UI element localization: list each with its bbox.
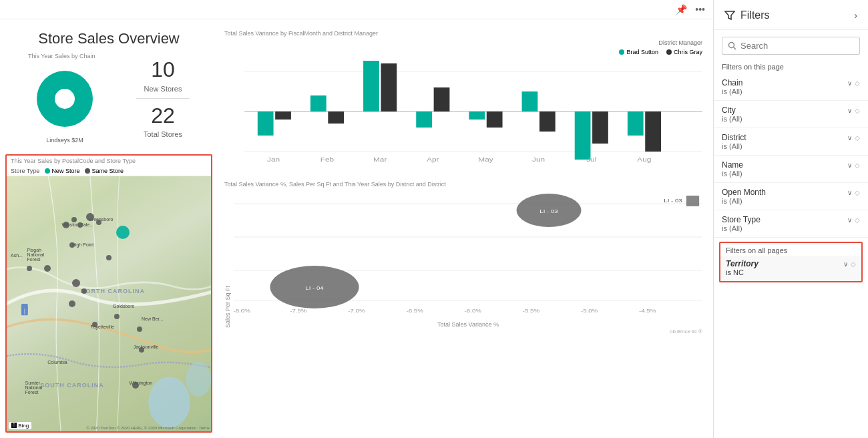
- svg-rect-14: [275, 112, 291, 120]
- svg-text:-5.0%: -5.0%: [581, 308, 598, 314]
- pie-chart: [28, 62, 101, 136]
- svg-text:LI - 03: LI - 03: [664, 198, 682, 204]
- clear-filter-icon[interactable]: ◇: [855, 107, 860, 114]
- svg-text:-5.5%: -5.5%: [523, 308, 539, 314]
- clear-filter-icon[interactable]: ◇: [855, 216, 860, 224]
- page-filters-list: Chain is (All) ∨ ◇ City is (All) ∨ ◇: [714, 73, 868, 438]
- legend-chris: Chris Gray: [674, 49, 702, 55]
- filters-header: Filters ›: [714, 0, 868, 30]
- search-box[interactable]: [722, 37, 860, 55]
- svg-rect-22: [487, 112, 503, 128]
- chevron-down-icon[interactable]: ∨: [847, 216, 852, 224]
- svg-marker-59: [725, 11, 734, 19]
- new-stores-number: 10: [151, 58, 175, 81]
- filter-territory-value: is NC: [726, 268, 758, 276]
- clear-filter-icon[interactable]: ◇: [855, 134, 860, 142]
- filter-territory[interactable]: Territory is NC ∨ ◇: [720, 256, 861, 281]
- filters-all-pages-section: Filters on all pages Territory is NC ∨ ◇: [719, 242, 863, 282]
- filter-value: is (All): [722, 142, 746, 150]
- svg-rect-46: [686, 196, 699, 206]
- filter-value: is (All): [722, 170, 743, 178]
- filter-open-month[interactable]: Open Month is (All) ∨ ◇: [714, 183, 868, 210]
- filter-chain[interactable]: Chain is (All) ∨ ◇: [714, 73, 868, 101]
- stats-section: 10 New Stores 22 Total Stores: [136, 58, 190, 138]
- overview-card: Store Sales Overview This Year Sales by …: [5, 25, 212, 149]
- svg-point-1: [55, 89, 75, 109]
- svg-rect-23: [522, 91, 538, 112]
- filter-value: is (All): [722, 87, 742, 95]
- svg-rect-19: [416, 112, 432, 128]
- svg-text:-7.0%: -7.0%: [348, 308, 365, 314]
- clear-filter-icon[interactable]: ◇: [855, 189, 860, 196]
- svg-text:-4.5%: -4.5%: [639, 308, 656, 314]
- filter-name: Name: [722, 160, 743, 170]
- map-legend-same: Same Store: [91, 168, 124, 174]
- svg-point-2: [148, 377, 190, 427]
- chevron-down-icon[interactable]: ∨: [847, 107, 852, 114]
- filter-value: is (All): [722, 197, 766, 205]
- filters-all-label: Filters on all pages: [720, 243, 861, 256]
- svg-rect-24: [539, 112, 556, 132]
- svg-rect-26: [592, 112, 608, 144]
- clear-filter-icon[interactable]: ◇: [855, 79, 860, 87]
- filter-store-type[interactable]: Store Type is (All) ∨ ◇: [714, 210, 868, 238]
- bing-logo: 🅱 Bing: [9, 422, 31, 429]
- filter-district[interactable]: District is (All) ∨ ◇: [714, 128, 868, 156]
- nc-state-label: NORTH CAROLINA: [81, 288, 145, 294]
- filter-icon: [724, 10, 735, 21]
- chevron-down-icon[interactable]: ∨: [847, 134, 852, 142]
- svg-point-3: [186, 362, 211, 397]
- page-title: Store Sales Overview: [11, 30, 207, 47]
- new-stores-label: New Stores: [144, 85, 182, 93]
- search-icon: [728, 41, 736, 50]
- filter-name: Chain: [722, 78, 742, 87]
- svg-rect-21: [469, 112, 485, 120]
- svg-text:Aug: Aug: [637, 156, 651, 162]
- chevron-down-icon[interactable]: ∨: [847, 162, 852, 169]
- svg-rect-28: [645, 112, 661, 152]
- sc-state-label: SOUTH CAROLINA: [40, 382, 104, 389]
- filter-city[interactable]: City is (All) ∨ ◇: [714, 101, 868, 128]
- bar-chart-title: Total Sales Variance by FiscalMonth and …: [224, 30, 702, 37]
- filters-expand-icon[interactable]: ›: [854, 10, 857, 21]
- svg-text:May: May: [478, 156, 493, 162]
- pie-legend-label: Lindseys $2M: [46, 137, 83, 144]
- chevron-down-icon[interactable]: ∨: [843, 260, 848, 268]
- scatter-x-label: Total Sales Variance %: [437, 321, 499, 328]
- filters-panel: Filters › Filters on this page Chain is …: [713, 0, 868, 438]
- map-title: This Year Sales by PostalCode and Store …: [7, 156, 211, 166]
- total-stores-number: 22: [151, 104, 175, 128]
- clear-filter-icon[interactable]: ◇: [855, 162, 860, 169]
- filter-name: Open Month: [722, 188, 766, 197]
- filter-name: City: [722, 105, 742, 115]
- svg-rect-25: [575, 112, 591, 160]
- svg-rect-16: [328, 112, 344, 124]
- filters-page-section-label: Filters on this page: [714, 57, 868, 73]
- svg-text:-6.0%: -6.0%: [465, 308, 481, 314]
- map-legend-store-type: Store Type: [11, 168, 39, 174]
- svg-rect-20: [434, 87, 450, 112]
- svg-text:Jan: Jan: [267, 156, 280, 162]
- filters-title: Filters: [740, 9, 770, 21]
- chevron-down-icon[interactable]: ∨: [847, 189, 852, 196]
- scatter-chart-title: Total Sales Variance %, Sales Per Sq Ft …: [224, 181, 702, 188]
- svg-rect-13: [258, 112, 274, 136]
- clear-filter-icon[interactable]: ◇: [851, 260, 856, 268]
- pin-icon[interactable]: 📌: [676, 4, 687, 15]
- filter-value: is (All): [722, 115, 742, 123]
- svg-rect-18: [381, 63, 397, 112]
- svg-text:Feb: Feb: [320, 156, 335, 162]
- svg-text:LI - 04: LI - 04: [305, 285, 324, 291]
- svg-rect-17: [363, 61, 379, 112]
- filter-name-item[interactable]: Name is (All) ∨ ◇: [714, 156, 868, 183]
- svg-rect-27: [628, 112, 644, 136]
- filter-territory-name: Territory: [726, 259, 758, 268]
- search-input[interactable]: [740, 41, 854, 51]
- svg-text:Apr: Apr: [427, 156, 439, 162]
- svg-text:Mar: Mar: [373, 156, 387, 162]
- filter-name: District: [722, 133, 746, 142]
- more-icon[interactable]: •••: [695, 4, 705, 15]
- bar-legend-title: District Manager: [658, 39, 702, 46]
- chevron-down-icon[interactable]: ∨: [847, 79, 852, 87]
- svg-point-60: [729, 43, 734, 48]
